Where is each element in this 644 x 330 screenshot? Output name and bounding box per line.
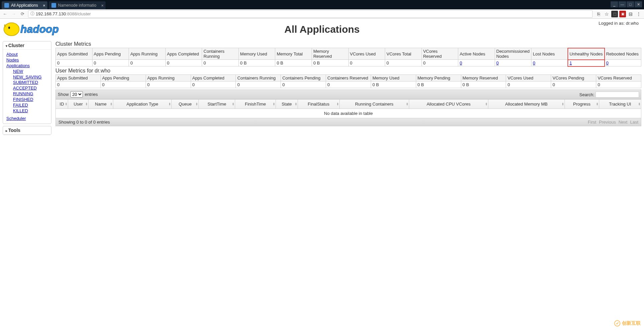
cluster-metric-value: 0 B [238,60,275,66]
cluster-metric-value[interactable]: 0 [495,60,531,66]
menu-icon[interactable]: ⋮ [635,11,642,17]
extension-icon-2[interactable]: ▣ [619,11,626,17]
sidebar-link-killed[interactable]: KILLED [13,108,48,114]
search-input[interactable] [596,92,639,98]
tab-bar: All Applications×Namenode informatio× ‗ … [0,0,644,9]
hadoop-logo: hadoop [3,20,79,38]
cluster-metric-header: Memory Reserved [312,48,348,60]
show-label: Show [58,92,69,97]
sidebar-header-cluster[interactable]: Cluster [3,41,51,50]
pagination-last[interactable]: Last [630,120,638,125]
sidebar-link-accepted[interactable]: ACCEPTED [13,86,48,91]
forward-button[interactable]: → [11,11,17,17]
sidebar-link-applications[interactable]: Applications [6,63,48,69]
sort-icon: ▴▾ [65,102,67,106]
extension-icon-1[interactable]: ⬚ [611,11,618,17]
apps-column-header[interactable]: Application Type▴▾ [113,100,171,109]
apps-column-header[interactable]: ID▴▾ [56,100,68,109]
user-metric-header: VCores Pending [551,75,596,81]
pagination-first[interactable]: First [588,120,596,125]
user-metric-value: 0 [551,81,596,88]
cluster-metric-value[interactable]: 0 [458,60,495,66]
apps-column-header[interactable]: State▴▾ [276,100,298,109]
cluster-metric-value: 0 [165,60,202,66]
tab-close-icon[interactable]: × [43,3,45,8]
metric-link[interactable]: 0 [606,60,608,65]
toolbar-icons: ⎘ ☆ ⬚ ▣ ⊟ ⋮ [595,11,642,17]
apps-column-header[interactable]: User▴▾ [68,100,89,109]
sort-icon: ▴▾ [111,102,112,106]
user-metric-value: 0 [56,81,101,88]
window-minimize-button[interactable]: — [619,1,626,7]
apps-column-header[interactable]: Name▴▾ [89,100,113,109]
metric-link[interactable]: 1 [570,60,572,65]
tab-close-icon[interactable]: × [101,3,104,8]
apps-column-header[interactable]: Allocated Memory MB▴▾ [488,100,565,109]
cluster-metric-header: Active Nodes [458,48,495,60]
content: Cluster Metrics Apps SubmittedApps Pendi… [55,41,641,137]
user-metric-header: Apps Completed [191,75,236,81]
sidebar-link-nodes[interactable]: Nodes [6,57,48,63]
cluster-metrics-title: Cluster Metrics [55,41,641,47]
sidebar-link-new_saving[interactable]: NEW_SAVING [13,74,48,80]
user-metric-value: 0 B [461,81,506,88]
user-metric-header: Memory Used [371,75,416,81]
apps-column-header[interactable]: StartTime▴▾ [199,100,235,109]
apps-column-header[interactable]: Allocated CPU VCores▴▾ [409,100,488,109]
cluster-metric-header: Apps Completed [165,48,202,60]
apps-column-header[interactable]: Queue▴▾ [172,100,199,109]
apps-column-header[interactable]: FinalStatus▴▾ [298,100,339,109]
window-close-button[interactable]: ✕ [635,1,642,7]
translate-icon[interactable]: ⎘ [595,11,602,17]
sort-icon: ▴▾ [196,102,197,106]
user-metric-header: Memory Reserved [461,75,506,81]
apps-column-header[interactable]: Running Containers▴▾ [339,100,409,109]
cluster-metric-value[interactable]: 0 [531,60,568,66]
tab-title: All Applications [11,3,38,8]
metric-link[interactable]: 0 [460,60,462,65]
cluster-metric-value[interactable]: 1 [568,60,605,66]
sidebar-header-tools[interactable]: Tools [3,126,51,135]
sidebar-link-new[interactable]: NEW [13,69,48,74]
window-min-icon[interactable]: ‗ [611,1,618,7]
tab-favicon [4,3,9,8]
sidebar-link-failed[interactable]: FAILED [13,103,48,108]
sort-icon: ▴▾ [639,102,640,106]
user-metric-value: 0 [191,81,236,88]
apps-column-header[interactable]: FinishTime▴▾ [235,100,276,109]
metric-link[interactable]: 0 [496,60,499,65]
cluster-metric-value[interactable]: 0 [605,60,641,66]
reload-button[interactable]: ⟳ [19,11,25,17]
cluster-metric-header: Apps Pending [92,48,129,60]
url-bar[interactable]: ⓘ 192.168.77.130:8088/cluster [28,10,593,18]
show-entries-select[interactable]: 20 [70,91,83,98]
browser-tab-1[interactable]: Namenode informatio× [49,1,106,9]
sidebar-link-submitted[interactable]: SUBMITTED [13,80,48,86]
window-maximize-button[interactable]: □ [627,1,634,7]
metric-link[interactable]: 0 [533,60,535,65]
cluster-metric-header: Apps Submitted [56,48,93,60]
sort-icon: ▴▾ [232,102,234,106]
url-path: :8088/cluster [66,11,91,16]
sidebar-link-finished[interactable]: FINISHED [13,97,48,103]
cluster-metric-header: Rebooted Nodes [605,48,641,60]
apps-column-header[interactable]: Progress▴▾ [565,100,599,109]
pagination-next[interactable]: Next [619,120,628,125]
pagination-previous[interactable]: Previous [599,120,616,125]
cluster-metric-header: Unhealthy Nodes [568,48,605,60]
extension-icon-3[interactable]: ⊟ [627,11,634,17]
entries-label: entries [85,92,98,97]
sidebar-link-running[interactable]: RUNNING [13,91,48,97]
cluster-metric-header: Containers Running [202,48,239,60]
sidebar-link-about[interactable]: About [6,52,48,57]
login-status: Logged in as: dr.who [599,21,639,26]
tab-favicon [51,3,56,8]
browser-tab-0[interactable]: All Applications× [2,1,47,9]
sidebar-link-scheduler[interactable]: Scheduler [6,116,48,122]
star-icon[interactable]: ☆ [603,11,610,17]
back-button[interactable]: ← [2,11,8,17]
browser-chrome: All Applications×Namenode informatio× ‗ … [0,0,644,19]
cluster-metric-value: 0 [422,60,458,66]
apps-column-header[interactable]: Tracking UI▴▾ [599,100,641,109]
user-metric-header: VCores Used [506,75,551,81]
